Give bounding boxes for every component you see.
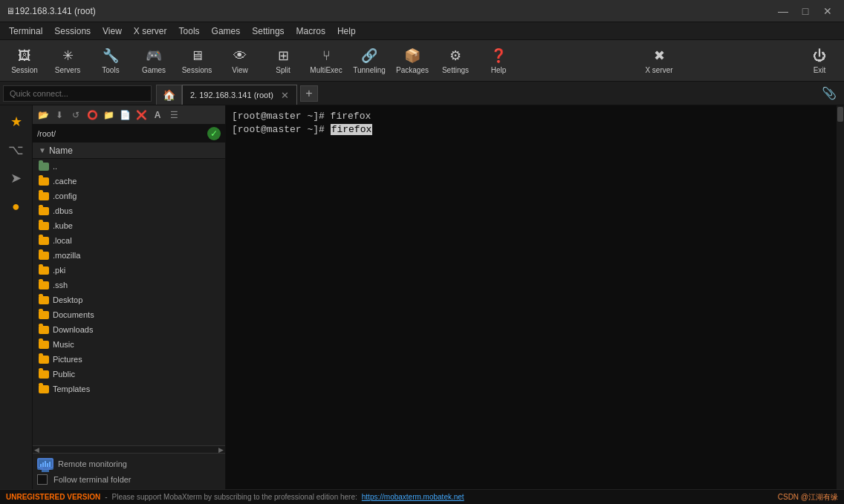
close-button[interactable]: ✕ (817, 4, 838, 19)
toolbar-servers[interactable]: ✳ Servers (48, 43, 88, 79)
fb-newdir-btn[interactable]: ⭕ (85, 108, 100, 122)
session-icon: 🖼 (16, 47, 33, 65)
fb-open-btn[interactable]: 📂 (36, 108, 51, 122)
sidebar-circle-icon[interactable]: ● (3, 193, 30, 220)
fb-scroll-left[interactable]: ◀ (34, 446, 39, 454)
toolbar-view[interactable]: 👁 View (220, 43, 260, 79)
toolbar-packages-label: Packages (396, 66, 429, 74)
terminal-scroll-thumb[interactable] (837, 107, 843, 122)
folder-icon (39, 281, 49, 289)
toolbar-sessions[interactable]: 🖥 Sessions (177, 43, 217, 79)
toolbar-tunneling[interactable]: 🔗 Tunneling (349, 43, 389, 79)
menu-settings[interactable]: Settings (246, 24, 290, 38)
fb-upload-btn[interactable]: 📁 (101, 108, 116, 122)
fb-list-item[interactable]: Desktop (33, 292, 225, 307)
toolbar-help[interactable]: ❓ Help (478, 43, 519, 79)
tab-add-button[interactable]: + (300, 85, 318, 102)
status-link[interactable]: https://mobaxterm.mobatek.net (362, 493, 464, 501)
fb-list-item[interactable]: .local (33, 233, 225, 248)
minimize-button[interactable]: — (773, 4, 793, 19)
toolbar-session-label: Session (11, 66, 38, 74)
tab-close-button[interactable]: ✕ (281, 90, 289, 101)
menu-macros[interactable]: Macros (290, 24, 331, 38)
servers-icon: ✳ (59, 47, 77, 65)
fb-list-item[interactable]: .kube (33, 218, 225, 233)
fb-newfile-btn[interactable]: 📄 (117, 108, 132, 122)
follow-folder-option[interactable]: Follow terminal folder (37, 474, 221, 485)
folder-icon (39, 177, 49, 186)
maximize-button[interactable]: □ (795, 4, 816, 19)
games-icon: 🎮 (145, 47, 163, 65)
fb-list-item[interactable]: Templates (33, 382, 225, 396)
fb-list-item[interactable]: .pki (33, 263, 225, 278)
quick-connect-input[interactable] (3, 85, 152, 102)
menu-xserver[interactable]: X server (128, 24, 173, 38)
sidebar-git-icon[interactable]: ⌥ (3, 137, 30, 163)
fb-item-name: Pictures (53, 355, 82, 364)
fb-path-ok-button[interactable]: ✓ (207, 127, 221, 140)
terminal-scrollbar[interactable] (837, 105, 844, 489)
settings-icon: ⚙ (447, 47, 464, 65)
fb-rename-btn[interactable]: A (150, 108, 165, 122)
fb-list-item[interactable]: .config (33, 189, 225, 203)
fb-refresh-btn[interactable]: ↺ (68, 108, 83, 122)
toolbar-exit[interactable]: ⏻ Exit (799, 43, 840, 79)
follow-folder-label: Follow terminal folder (53, 475, 132, 484)
menu-view[interactable]: View (97, 24, 128, 38)
toolbar-multiexec[interactable]: ⑂ MultiExec (306, 43, 346, 79)
fb-download-btn[interactable]: ⬇ (52, 108, 67, 122)
fb-list-item[interactable]: .cache (33, 174, 225, 189)
terminal-line-1: [root@master ~]# firefox (232, 110, 838, 123)
tab-home[interactable]: 🏠 (156, 85, 182, 105)
toolbar-session[interactable]: 🖼 Session (4, 43, 45, 79)
fb-item-name: .config (53, 192, 77, 200)
fb-item-name: .pki (53, 266, 65, 275)
fb-item-name: Templates (53, 384, 90, 393)
menu-help[interactable]: Help (331, 24, 362, 38)
folder-icon (39, 385, 49, 393)
terminal-area[interactable]: [root@master ~]# firefox [root@master ~]… (226, 105, 844, 489)
svg-rect-4 (42, 462, 44, 467)
menu-terminal[interactable]: Terminal (3, 24, 48, 38)
monitor-svg (37, 458, 53, 470)
toolbar-packages[interactable]: 📦 Packages (392, 43, 432, 79)
fb-name-column[interactable]: Name (49, 145, 73, 156)
fb-delete-btn[interactable]: ❌ (134, 108, 149, 122)
fb-list-item[interactable]: Music (33, 337, 225, 352)
status-separator: - (105, 493, 107, 501)
remote-monitoring-btn[interactable]: Remote monitoring (37, 458, 221, 470)
follow-folder-checkbox[interactable] (37, 474, 48, 485)
menu-games[interactable]: Games (206, 24, 247, 38)
menu-tools[interactable]: Tools (173, 24, 206, 38)
toolbar-settings[interactable]: ⚙ Settings (435, 43, 475, 79)
fb-scroll-right[interactable]: ▶ (218, 446, 224, 454)
fb-list-item[interactable]: Pictures (33, 352, 225, 367)
fb-list-item[interactable]: .mozilla (33, 248, 225, 263)
fb-list-item[interactable]: .. (33, 159, 225, 174)
toolbar-split[interactable]: ⊞ Split (263, 43, 303, 79)
folder-icon (39, 311, 49, 319)
fb-list-item[interactable]: .dbus (33, 203, 225, 218)
svg-rect-6 (47, 463, 48, 467)
fb-menu-btn[interactable]: ☰ (166, 108, 181, 122)
fb-file-list[interactable]: ...cache.config.dbus.kube.local.mozilla.… (33, 159, 225, 445)
fb-list-item[interactable]: Public (33, 367, 225, 382)
fb-path-input[interactable] (37, 129, 204, 138)
toolbar-xserver[interactable]: ✖ X server (639, 43, 679, 79)
toolbar-games[interactable]: 🎮 Games (134, 43, 174, 79)
tab-active[interactable]: 2. 192.168.3.141 (root) ✕ (182, 85, 297, 105)
sidebar-send-icon[interactable]: ➤ (3, 165, 30, 192)
toolbar-help-label: Help (491, 66, 507, 74)
fb-list-item[interactable]: Documents (33, 307, 225, 322)
toolbar-tools[interactable]: 🔧 Tools (91, 43, 131, 79)
fb-list-item[interactable]: .ssh (33, 278, 225, 292)
toolbar-tunneling-label: Tunneling (353, 66, 386, 74)
fb-item-name: Music (53, 340, 74, 349)
sidebar-star-icon[interactable]: ★ (3, 108, 30, 135)
toolbar-servers-label: Servers (55, 66, 80, 74)
toolbar-sessions-label: Sessions (182, 66, 212, 74)
menu-sessions[interactable]: Sessions (48, 24, 97, 38)
tab-attach-icon[interactable]: 📎 (817, 82, 841, 105)
fb-item-name: Documents (53, 310, 94, 319)
fb-list-item[interactable]: Downloads (33, 322, 225, 337)
